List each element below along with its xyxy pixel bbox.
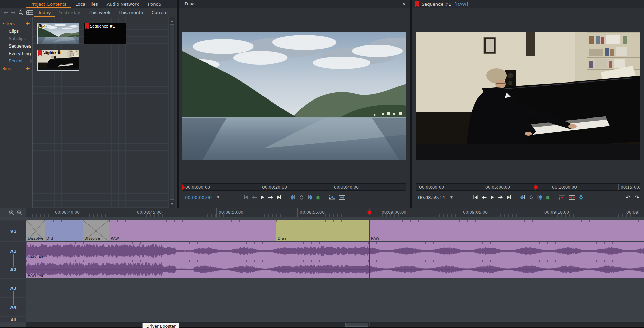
undo-icon[interactable]: ↶ [626,194,630,201]
ruler-label: 00:08:40.00 [53,208,80,217]
mark-out-button[interactable] [307,195,313,200]
add-bin-button[interactable]: + [25,66,30,72]
record-timecode[interactable]: 00:08:59.14 [418,195,445,200]
video-clip-raw[interactable]: RAW [370,220,644,241]
track-header-v1[interactable]: V1 [0,220,26,241]
park-marker-button[interactable] [316,195,320,200]
source-title-bar[interactable]: D aa ✕ [179,0,410,8]
clipboard-tile[interactable]: Clipboard [37,50,79,71]
go-to-start-button[interactable] [243,195,249,200]
delete-edit-button[interactable] [569,195,575,200]
zoom-out-icon[interactable] [17,210,22,215]
step-forward-button[interactable] [268,195,273,200]
back-arrow-icon[interactable] [3,11,8,15]
play-button[interactable] [490,195,495,200]
insert-edit-button[interactable] [329,195,336,200]
go-to-end-button[interactable] [506,195,512,200]
filters-header-row: Filters + [0,20,32,28]
tab-current[interactable]: Current [147,8,172,17]
scrollbar-thumb[interactable] [345,323,368,327]
tab-label: This month [119,10,143,15]
timecode-dropdown-icon[interactable]: ▼ [217,196,219,199]
close-icon[interactable]: ✕ [402,1,406,6]
tab-label: Local Files [75,2,98,7]
unmark-button[interactable] [529,195,534,200]
audio-level-line[interactable] [26,265,644,265]
add-filter-button[interactable]: + [25,21,30,27]
mark-out-button[interactable] [537,195,543,200]
project-vertical-scrollbar[interactable]: ▲ ▼ [169,17,175,208]
park-marker-button[interactable] [546,195,550,200]
go-to-end-button[interactable] [276,195,282,200]
video-clip-raw[interactable]: RAW [109,220,276,241]
audio-clip-raw-a1[interactable]: RAW, A1 [26,242,644,260]
sidebar-item-everything[interactable]: Everything [0,50,32,57]
record-timeline-ruler[interactable]: 00:00:00.00 00:05:00.00 00:10:00.00 00:1… [416,183,640,191]
audio-track-a3[interactable] [26,279,644,297]
ruler-label: 00:00:40.00 [332,184,359,191]
tab-this-week[interactable]: This week [84,8,115,17]
dissolve-transition-clip[interactable]: Dissolve [83,220,109,241]
dissolve-transition-clip[interactable]: Dissolve [26,220,45,241]
scrollbar-thumb[interactable] [170,24,174,200]
tile-view-icon[interactable] [26,10,33,15]
source-timeline-ruler[interactable]: 00:00:00.00 00:00:20.00 00:00:40.00 [182,183,406,191]
sidebar-item-sequences[interactable]: Sequences [0,42,32,50]
record-timecode-group[interactable]: 00:08:59.14 ▼ [418,191,453,204]
voiceover-mic-icon[interactable] [579,194,583,200]
timeline-ruler[interactable]: 00:08:40.00 00:08:45.00 00:08:50.00 00:0… [26,208,644,217]
piano-video-frame [416,32,640,160]
search-icon[interactable] [18,10,24,15]
audio-level-line[interactable] [26,247,644,247]
timeline-playhead[interactable] [369,217,370,326]
tab-local-files[interactable]: Local Files [71,0,102,8]
track-header-all[interactable]: All [0,317,26,322]
timeline-horizontal-scrollbar[interactable] [26,322,644,327]
sidebar-item-label: Recent [9,59,23,63]
sidebar-item-label: Everything [9,51,31,56]
tab-label: Project Contents [30,2,66,7]
source-timecode[interactable]: 00:00:00.00 [185,195,212,200]
redo-icon[interactable]: ↷ [635,194,639,201]
scroll-up-icon[interactable]: ▲ [169,18,175,23]
video-clip-d-d[interactable]: D d [45,220,83,241]
play-button[interactable] [260,195,265,200]
go-to-start-button[interactable] [473,195,479,200]
playhead-diamond-icon[interactable] [534,184,538,190]
forward-arrow-icon[interactable] [11,11,16,15]
source-viewer: D aa ✕ 00:00:00.00 00:00:20.00 00:00:40.… [179,0,410,208]
tab-today[interactable]: Today [34,8,55,17]
record-title-bar[interactable]: Sequence #1 [RAW] [412,0,644,8]
step-back-button[interactable] [482,195,487,200]
sequence-tile[interactable]: Sequence #1 [84,23,126,44]
track-label: A2 [10,267,16,272]
record-transport-controls [473,191,583,204]
clip-label: D aa [278,236,286,241]
scroll-down-icon[interactable]: ▼ [169,202,175,206]
zoom-in-icon[interactable] [9,210,14,215]
step-back-button[interactable] [252,195,257,200]
clip-tile-d-aa[interactable]: D aa [37,23,79,44]
audio-track-a4[interactable] [26,298,644,316]
replace-edit-button[interactable] [339,195,346,200]
unmark-button[interactable] [299,195,304,200]
mark-in-button[interactable] [290,195,296,200]
mark-in-button[interactable] [520,195,526,200]
tab-pond5[interactable]: Pond5 [143,0,166,8]
sidebar-item-recent[interactable]: Recent [0,57,32,65]
sidebar-item-subclips[interactable]: Subclips [0,35,32,42]
tab-this-month[interactable]: This month [115,8,148,17]
tab-audio-network[interactable]: Audio Network [102,0,143,8]
video-track-v1: Dissolve D d Dissolve RAW D aa RAW [26,220,644,241]
tab-yesterday[interactable]: Yesterday [55,8,84,17]
sidebar-item-clips[interactable]: Clips [0,28,32,35]
timecode-dropdown-icon[interactable]: ▼ [450,196,453,199]
step-forward-button[interactable] [498,195,503,200]
sidebar-item-label: Subclips [9,36,26,41]
remove-edit-button[interactable] [559,195,566,200]
video-clip-d-aa[interactable]: D aa [276,220,370,241]
tab-project-contents[interactable]: Project Contents [26,0,71,8]
source-timecode-group[interactable]: 00:00:00.00 ▼ [185,191,219,204]
timeline-zoom-controls [0,208,26,217]
audio-clip-raw-a2[interactable]: RAW, A2 [26,260,644,278]
